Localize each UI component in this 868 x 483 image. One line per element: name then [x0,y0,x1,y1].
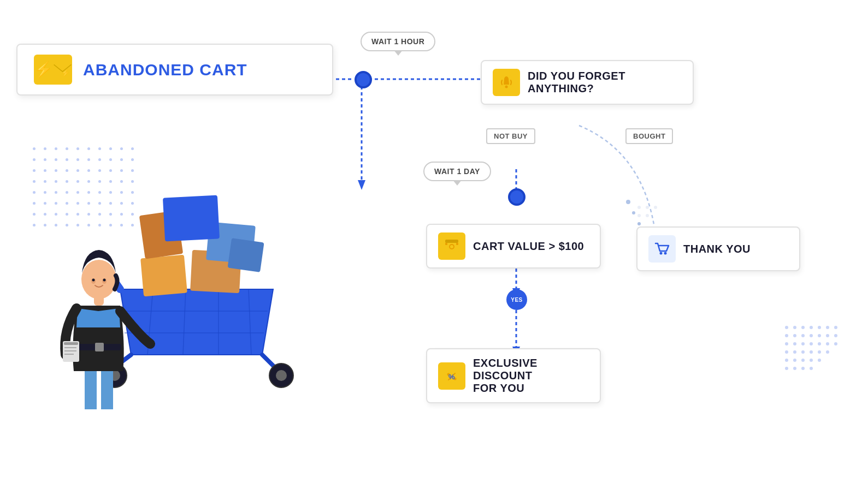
notification-icon-yellow [493,69,520,96]
svg-rect-58 [445,240,458,243]
illustration [22,153,306,412]
exclusive-discount-line2: FOR YOU [473,382,589,395]
svg-point-97 [785,367,788,370]
svg-point-76 [818,334,821,337]
svg-point-35 [92,279,95,282]
trigger-section: ⚡ ABANDONED CART [16,44,355,96]
svg-rect-14 [140,255,187,297]
did-you-forget-node: DID YOU FORGET ANYTHING? [481,60,694,105]
svg-point-73 [793,334,796,337]
svg-rect-57 [456,243,458,245]
svg-point-72 [785,334,788,337]
svg-point-79 [785,342,788,345]
svg-point-88 [801,350,805,354]
svg-point-66 [793,326,796,329]
svg-point-77 [826,334,829,337]
svg-point-68 [810,326,813,329]
bought-badge: BOUGHT [625,128,673,144]
svg-point-106 [637,222,641,225]
svg-point-91 [826,350,829,354]
trigger-icon: ⚡ [34,55,72,85]
svg-point-99 [801,367,805,370]
svg-point-98 [793,367,796,370]
wait-1-hour-circle-node [355,71,372,88]
exclusive-discount-node: % EXCLUSIVE DISCOUNT FOR YOU [426,348,601,403]
svg-point-105 [646,214,649,217]
discount-label-group: EXCLUSIVE DISCOUNT FOR YOU [473,357,589,395]
svg-point-83 [818,342,821,345]
dot-decoration-bought [634,202,677,235]
svg-point-104 [637,214,641,217]
svg-point-65 [785,326,788,329]
wait-1-hour-bubble: WAIT 1 HOUR [361,32,435,51]
svg-text:%: % [448,373,455,381]
svg-point-102 [646,206,649,209]
svg-point-92 [785,359,788,362]
svg-point-60 [664,252,667,255]
abandoned-cart-label: ABANDONED CART [83,61,247,79]
svg-point-52 [505,86,508,88]
svg-point-13 [276,370,287,381]
svg-point-80 [793,342,796,345]
svg-point-93 [793,359,796,362]
svg-point-81 [801,342,805,345]
svg-point-82 [810,342,813,345]
svg-point-70 [826,326,829,329]
wait-1-day-bubble: WAIT 1 DAY [423,162,491,181]
money-icon [438,232,465,260]
wait-1-day-circle-node [508,188,525,206]
svg-point-84 [826,342,829,345]
svg-point-101 [637,206,641,209]
exclusive-discount-line1: EXCLUSIVE DISCOUNT [473,357,589,382]
svg-point-48 [626,200,630,204]
svg-rect-25 [95,343,104,351]
svg-point-36 [103,279,106,282]
svg-point-59 [660,252,663,255]
svg-rect-18 [228,238,264,272]
abandoned-cart-node: ⚡ ABANDONED CART [16,44,333,96]
svg-point-85 [834,342,837,345]
cart-value-node: CART VALUE > $100 [426,224,601,269]
svg-rect-19 [163,195,220,241]
svg-point-75 [810,334,813,337]
cart-value-label: CART VALUE > $100 [473,240,584,253]
svg-point-86 [785,350,788,354]
svg-point-95 [810,359,813,362]
svg-point-69 [818,326,821,329]
svg-point-32 [81,260,116,299]
svg-point-56 [450,245,453,248]
svg-point-67 [801,326,805,329]
discount-icon: % [438,362,465,390]
svg-point-71 [834,326,837,329]
svg-point-100 [810,367,813,370]
svg-rect-21 [101,366,113,409]
dot-grid-right [781,322,847,377]
cart-icon [648,235,676,263]
svg-point-96 [818,359,821,362]
svg-text:⚡: ⚡ [61,68,70,77]
svg-point-74 [801,334,805,337]
svg-point-90 [818,350,821,354]
svg-rect-27 [64,342,78,345]
svg-point-89 [810,350,813,354]
thank-you-label: THANK YOU [683,243,751,255]
svg-point-103 [654,206,657,209]
svg-rect-54 [445,243,447,245]
svg-point-87 [793,350,796,354]
not-buy-badge: NOT BUY [486,128,535,144]
svg-marker-41 [358,180,365,190]
svg-rect-20 [85,366,97,409]
yes-badge: YES [506,289,527,310]
did-you-forget-label: DID YOU FORGET ANYTHING? [528,70,682,95]
svg-point-78 [834,334,837,337]
svg-point-94 [801,359,805,362]
